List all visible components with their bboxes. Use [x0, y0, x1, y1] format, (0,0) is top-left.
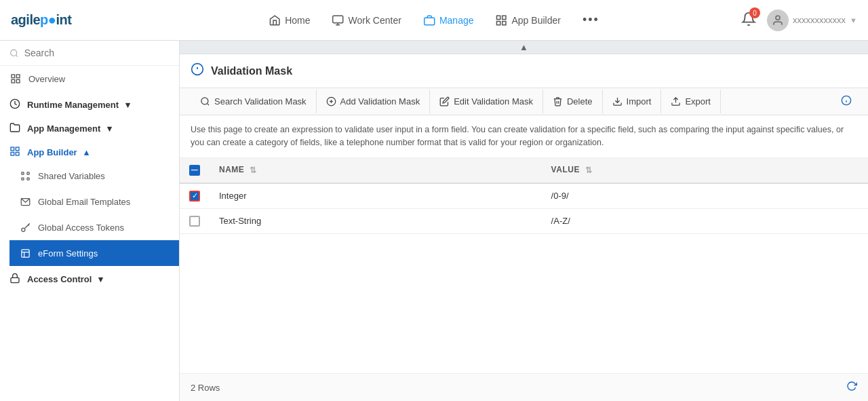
- svg-rect-23: [27, 178, 29, 180]
- avatar: [767, 9, 789, 31]
- page-header: Validation Mask: [180, 54, 868, 88]
- add-toolbar-label: Add Validation Mask: [340, 96, 420, 107]
- access-control-chevron-icon: ▾: [98, 274, 103, 284]
- export-toolbar-item[interactable]: Export: [661, 90, 721, 113]
- svg-rect-0: [333, 16, 343, 23]
- edit-icon: [439, 96, 450, 107]
- delete-icon: [553, 96, 563, 107]
- svg-rect-14: [16, 79, 20, 83]
- sidebar-item-access-control[interactable]: Access Control ▾: [0, 266, 179, 290]
- collapse-bar[interactable]: ▲: [180, 41, 868, 54]
- refresh-button[interactable]: [846, 381, 857, 394]
- value-sort-icon[interactable]: ⇅: [585, 166, 593, 175]
- sidebar-item-runtime-management[interactable]: Runtime Management ▾: [0, 92, 179, 115]
- svg-rect-22: [21, 178, 23, 180]
- app-management-chevron-icon: ▾: [107, 123, 112, 134]
- home-icon: [269, 14, 281, 26]
- page-header-icon: [191, 62, 204, 79]
- sidebar-item-app-management[interactable]: App Management ▾: [0, 115, 179, 139]
- search-input[interactable]: [24, 47, 170, 58]
- export-toolbar-label: Export: [685, 96, 711, 107]
- email-icon: [19, 195, 31, 208]
- sidebar-item-overview-label: Overview: [28, 74, 170, 84]
- top-nav: agilep●int Home Work Center Manage App B…: [0, 0, 868, 41]
- svg-rect-18: [11, 152, 14, 155]
- sidebar-item-eform-settings-label: eForm Settings: [38, 248, 170, 259]
- notification-badge: 0: [749, 7, 760, 18]
- nav-app-builder[interactable]: App Builder: [486, 9, 570, 32]
- svg-rect-20: [21, 172, 23, 174]
- sidebar-item-global-email-label: Global Email Templates: [38, 197, 170, 207]
- th-value-label: VALUE: [551, 165, 580, 174]
- svg-point-25: [21, 228, 24, 231]
- nav-work-center[interactable]: Work Center: [323, 9, 411, 32]
- key-icon: [19, 221, 31, 233]
- user-menu[interactable]: xxxxxxxxxxxx ▼: [767, 9, 857, 31]
- notifications-button[interactable]: 0: [738, 9, 759, 31]
- search-toolbar-item[interactable]: Search Validation Mask: [191, 90, 317, 113]
- row-checkbox[interactable]: [189, 191, 200, 202]
- row-checkbox[interactable]: [189, 216, 200, 227]
- nav-more[interactable]: •••: [573, 7, 609, 33]
- svg-rect-29: [11, 278, 19, 282]
- row-value: /0-9/: [542, 183, 868, 209]
- sidebar-search-container: [0, 41, 179, 66]
- svg-rect-17: [16, 147, 19, 151]
- delete-toolbar-item[interactable]: Delete: [543, 90, 603, 113]
- table-body: Integer/0-9/Text-String/A-Z/: [180, 183, 868, 234]
- add-toolbar-item[interactable]: Add Validation Mask: [317, 90, 431, 113]
- svg-rect-21: [27, 172, 29, 174]
- svg-rect-13: [12, 79, 15, 83]
- svg-point-33: [201, 98, 208, 104]
- sidebar-item-runtime-label: Runtime Management: [27, 100, 119, 110]
- rows-count: 2 Rows: [191, 383, 220, 393]
- select-all-checkbox[interactable]: [189, 165, 200, 176]
- svg-rect-3: [424, 18, 434, 25]
- sidebar-item-shared-variables[interactable]: Shared Variables: [9, 163, 179, 189]
- sidebar-item-global-email-templates[interactable]: Global Email Templates: [9, 189, 179, 214]
- svg-rect-5: [502, 16, 506, 19]
- nav-work-center-label: Work Center: [349, 15, 401, 26]
- row-value: /A-Z/: [542, 208, 868, 233]
- app-builder-grid-icon: [9, 146, 20, 159]
- svg-rect-6: [497, 21, 500, 24]
- svg-line-34: [207, 103, 209, 105]
- runtime-chevron-icon: ▾: [125, 100, 130, 110]
- import-toolbar-item[interactable]: Import: [603, 90, 662, 113]
- sidebar-item-eform-settings[interactable]: eForm Settings: [9, 240, 179, 266]
- svg-rect-16: [11, 147, 14, 151]
- layout: Overview Runtime Management ▾ App Manage…: [0, 41, 868, 401]
- svg-rect-19: [16, 152, 19, 155]
- nav-right: 0 xxxxxxxxxxxx ▼: [738, 9, 857, 31]
- grid-icon: [495, 14, 507, 26]
- th-checkbox: [180, 158, 210, 183]
- logo-text: agilep●int: [11, 12, 71, 28]
- sidebar-item-app-builder[interactable]: App Builder ▴: [0, 139, 179, 163]
- sidebar-item-shared-variables-label: Shared Variables: [38, 171, 170, 181]
- edit-toolbar-label: Edit Validation Mask: [454, 96, 533, 107]
- row-checkbox-cell: [180, 183, 210, 209]
- page-description: Use this page to create an expression to…: [180, 115, 868, 158]
- import-toolbar-label: Import: [627, 96, 652, 107]
- nav-manage-label: Manage: [439, 15, 474, 26]
- svg-rect-4: [497, 16, 500, 19]
- row-name: Text-String: [210, 208, 542, 233]
- app-builder-chevron-icon: ▴: [84, 147, 89, 157]
- clock-icon: [9, 98, 20, 111]
- info-icon: [841, 95, 852, 106]
- nav-home[interactable]: Home: [259, 9, 319, 32]
- nav-items: Home Work Center Manage App Builder •••: [259, 7, 609, 33]
- sidebar-item-overview[interactable]: Overview: [0, 66, 179, 92]
- table-row: Text-String/A-Z/: [180, 208, 868, 233]
- edit-toolbar-item[interactable]: Edit Validation Mask: [430, 90, 543, 113]
- user-name: xxxxxxxxxxxx: [793, 15, 846, 25]
- name-sort-icon[interactable]: ⇅: [250, 166, 257, 175]
- search-toolbar-label: Search Validation Mask: [214, 96, 307, 107]
- sidebar-item-global-access-tokens[interactable]: Global Access Tokens: [9, 214, 179, 240]
- info-button[interactable]: [835, 88, 857, 115]
- nav-manage[interactable]: Manage: [414, 9, 484, 32]
- search-icon: [9, 48, 19, 58]
- sidebar-item-access-control-label: Access Control: [27, 274, 92, 284]
- variable-icon: [19, 170, 31, 182]
- folder-icon: [9, 122, 20, 135]
